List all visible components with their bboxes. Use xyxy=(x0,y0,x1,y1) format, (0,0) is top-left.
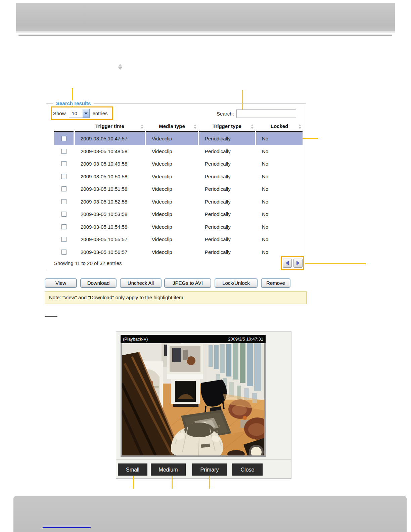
table-rows: 2009-03-05 10:47:57VideoclipPeriodically… xyxy=(54,132,303,258)
callout-line-medium xyxy=(172,476,173,489)
lock-unlock-button[interactable]: Lock/Unlock xyxy=(215,278,258,288)
sort-icon[interactable] xyxy=(299,124,301,129)
media-type-cell: Videoclip xyxy=(146,221,198,233)
trigger-type-cell: Periodically xyxy=(199,208,255,221)
table-row[interactable]: 2009-03-05 10:47:57VideoclipPeriodically… xyxy=(54,132,303,145)
footer-link-underline[interactable] xyxy=(43,525,91,528)
checkbox-cell xyxy=(54,183,74,195)
table-row[interactable]: 2009-03-05 10:55:57VideoclipPeriodically… xyxy=(54,233,303,246)
search-control: Search: xyxy=(217,109,296,118)
media-type-cell: Videoclip xyxy=(146,208,198,221)
table-row[interactable]: 2009-03-05 10:50:58VideoclipPeriodically… xyxy=(54,170,303,183)
column-header-trigger-time[interactable]: Trigger time xyxy=(75,122,145,131)
note-bar: Note: "View" and "Download" only apply t… xyxy=(45,291,307,304)
media-type-cell: Videoclip xyxy=(146,145,198,158)
row-checkbox[interactable] xyxy=(61,186,66,191)
search-label: Search: xyxy=(217,111,234,117)
sort-icon[interactable] xyxy=(194,124,196,129)
row-checkbox[interactable] xyxy=(61,237,66,242)
table-header-border xyxy=(54,131,303,132)
jpegs-to-avi-button[interactable]: JPEGs to AVI xyxy=(164,278,211,288)
locked-cell: No xyxy=(256,221,303,233)
locked-cell: No xyxy=(256,170,303,183)
trigger-type-cell: Periodically xyxy=(199,246,255,259)
row-checkbox[interactable] xyxy=(61,212,66,217)
table-header-row: Trigger time Media type Trigger type Loc… xyxy=(54,122,303,131)
playback-video-frame xyxy=(121,343,266,457)
trigger-type-cell: Periodically xyxy=(199,183,255,195)
checkbox-cell xyxy=(54,208,74,221)
next-page-button[interactable] xyxy=(293,259,303,268)
locked-cell: No xyxy=(256,145,303,158)
row-checkbox[interactable] xyxy=(61,199,66,204)
header-divider-line xyxy=(18,35,392,36)
column-header-media-type[interactable]: Media type xyxy=(146,122,198,131)
sort-icon[interactable] xyxy=(141,124,143,129)
trigger-type-cell: Periodically xyxy=(199,221,255,233)
table-row[interactable]: 2009-03-05 10:56:57VideoclipPeriodically… xyxy=(54,246,303,259)
checkbox-cell xyxy=(54,195,74,208)
locked-cell: No xyxy=(256,158,303,170)
trigger-time-cell: 2009-03-05 10:48:58 xyxy=(75,145,145,158)
row-checkbox[interactable] xyxy=(61,250,66,255)
trigger-type-cell: Periodically xyxy=(199,145,255,158)
table-row[interactable]: 2009-03-05 10:54:58VideoclipPeriodically… xyxy=(54,221,303,233)
search-results-panel: Search results Show 10 entries Search: T… xyxy=(46,103,306,271)
playback-timestamp: 2009/3/5 10:47:31 xyxy=(228,337,263,342)
showing-entries-text: Showing 11 to 20 of 32 entries xyxy=(54,260,122,266)
trigger-type-cell: Periodically xyxy=(199,158,255,170)
trigger-time-cell: 2009-03-05 10:49:58 xyxy=(75,158,145,170)
checkbox-cell xyxy=(54,233,74,246)
table-row[interactable]: 2009-03-05 10:49:58VideoclipPeriodically… xyxy=(54,158,303,170)
table-row[interactable]: 2009-03-05 10:52:58VideoclipPeriodically… xyxy=(54,195,303,208)
playback-title-bar: (Playback-V) 2009/3/5 10:47:31 xyxy=(121,335,266,343)
arrow-right-icon xyxy=(296,261,300,265)
trigger-type-cell: Periodically xyxy=(199,195,255,208)
primary-button[interactable]: Primary xyxy=(192,463,227,476)
checkbox-cell xyxy=(54,170,74,183)
callout-box-show-entries xyxy=(51,106,113,120)
checkbox-cell xyxy=(54,145,74,158)
locked-cell: No xyxy=(256,132,303,145)
search-input[interactable] xyxy=(236,109,296,118)
download-button[interactable]: Download xyxy=(80,278,117,288)
uncheck-all-button[interactable]: Uncheck All xyxy=(120,278,162,288)
sort-up-icon xyxy=(118,64,122,66)
column-header-trigger-type[interactable]: Trigger type xyxy=(199,122,255,131)
small-button[interactable]: Small xyxy=(118,463,147,476)
media-type-cell: Videoclip xyxy=(146,158,198,170)
media-type-cell: Videoclip xyxy=(146,195,198,208)
trigger-time-cell: 2009-03-05 10:54:58 xyxy=(75,221,145,233)
table-row[interactable]: 2009-03-05 10:53:58VideoclipPeriodically… xyxy=(54,208,303,221)
page-header-band xyxy=(16,3,395,31)
view-button[interactable]: View xyxy=(45,278,77,288)
playback-title: (Playback-V) xyxy=(123,337,148,342)
media-type-cell: Videoclip xyxy=(146,246,198,259)
medium-button[interactable]: Medium xyxy=(151,463,186,476)
media-type-cell: Videoclip xyxy=(146,183,198,195)
column-header-locked[interactable]: Locked xyxy=(256,122,303,131)
row-checkbox[interactable] xyxy=(61,136,66,141)
table-row[interactable]: 2009-03-05 10:48:58VideoclipPeriodically… xyxy=(54,145,303,158)
table-row[interactable]: 2009-03-05 10:51:58VideoclipPeriodically… xyxy=(54,183,303,195)
media-type-cell: Videoclip xyxy=(146,132,198,145)
close-button[interactable]: Close xyxy=(232,463,263,476)
media-type-cell: Videoclip xyxy=(146,233,198,246)
remove-button[interactable]: Remove xyxy=(261,278,290,288)
sort-icon[interactable] xyxy=(251,124,254,129)
trigger-time-cell: 2009-03-05 10:51:58 xyxy=(75,183,145,195)
locked-cell: No xyxy=(256,195,303,208)
sort-arrows-illustration xyxy=(118,64,122,70)
cropped-text-underline xyxy=(45,316,57,317)
row-checkbox[interactable] xyxy=(61,161,66,166)
previous-page-button[interactable] xyxy=(283,259,292,268)
locked-cell: No xyxy=(256,233,303,246)
media-type-cell: Videoclip xyxy=(146,170,198,183)
trigger-time-cell: 2009-03-05 10:52:58 xyxy=(75,195,145,208)
manual-page: Search results Show 10 entries Search: T… xyxy=(0,0,411,532)
locked-cell: No xyxy=(256,208,303,221)
row-checkbox[interactable] xyxy=(61,224,66,229)
row-checkbox[interactable] xyxy=(61,174,66,179)
row-checkbox[interactable] xyxy=(61,149,66,154)
checkbox-cell xyxy=(54,221,74,233)
